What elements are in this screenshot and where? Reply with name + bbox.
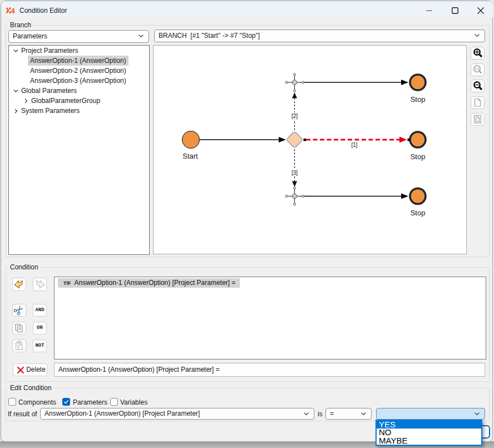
svg-text:[3]: [3] [292,170,298,176]
svg-text:Stop: Stop [411,95,426,104]
svg-text:Start: Start [182,152,198,160]
svg-text:4: 4 [11,7,16,14]
svg-text:Stop: Stop [411,209,426,217]
svg-text:[2]: [2] [292,113,298,119]
svg-text:1:1: 1:1 [475,67,480,71]
svg-text:[1]: [1] [351,142,357,148]
svg-text:Stop: Stop [411,152,426,161]
